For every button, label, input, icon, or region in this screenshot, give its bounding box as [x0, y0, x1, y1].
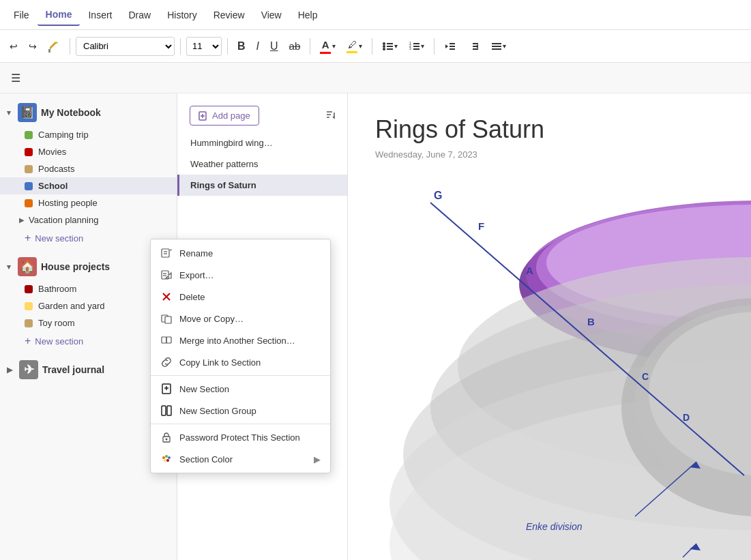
menu-draw[interactable]: Draw — [120, 4, 159, 26]
notebook-title-houseprojects: House projects — [41, 261, 110, 272]
context-menu: Rename Export… Delete Move or Copy… Merg… — [150, 239, 331, 473]
section-hosting-people[interactable]: Hosting people — [0, 194, 177, 211]
notebook-icon-houseprojects: 🏠 — [18, 257, 37, 276]
menu-review[interactable]: Review — [205, 4, 253, 26]
ctx-merge[interactable]: Merge into Another Section… — [151, 329, 330, 351]
add-page-button[interactable]: Add page — [190, 106, 259, 126]
svg-text:3: 3 — [409, 46, 411, 50]
align-button[interactable]: ▾ — [486, 35, 510, 57]
delete-icon — [160, 291, 173, 303]
section-label-garden: Garden and yard — [38, 301, 105, 311]
ctx-delete[interactable]: Delete — [151, 286, 330, 308]
bullet-list-button[interactable]: ▾ — [378, 35, 402, 57]
increase-indent-button[interactable] — [463, 35, 484, 57]
chevron-mynotebook: ▾ — [7, 108, 11, 117]
svg-point-76 — [164, 459, 166, 462]
ctx-section-color[interactable]: Section Color ▶ — [151, 448, 330, 470]
ctx-copy-link[interactable]: Copy Link to Section — [151, 351, 330, 373]
highlight-button[interactable]: 🖊 ▾ — [342, 35, 366, 57]
italic-button[interactable]: I — [252, 35, 263, 57]
section-school[interactable]: School — [0, 177, 177, 194]
menu-bar: File Home Insert Draw History Review Vie… — [0, 0, 751, 30]
ctx-merge-label: Merge into Another Section… — [179, 336, 295, 346]
svg-text:F: F — [478, 220, 484, 232]
new-section-label-mynotebook: New section — [35, 233, 83, 244]
decrease-indent-button[interactable] — [440, 35, 460, 57]
ctx-section-color-label: Section Color — [179, 454, 233, 465]
svg-point-2 — [383, 45, 385, 48]
undo-button[interactable]: ↩ — [5, 35, 22, 57]
svg-point-75 — [166, 459, 169, 462]
note-content: Rings of Saturn Wednesday, June 7, 2023 — [348, 93, 751, 560]
password-icon — [160, 431, 173, 443]
svg-rect-69 — [167, 406, 171, 415]
svg-rect-52 — [162, 249, 169, 257]
dot-camping — [25, 131, 33, 139]
hamburger-button[interactable]: ☰ — [7, 67, 25, 89]
page-rings-of-saturn[interactable]: Rings of Saturn — [177, 175, 347, 196]
ctx-export[interactable]: Export… — [151, 264, 330, 286]
new-group-icon — [160, 404, 173, 417]
font-color-button[interactable]: A ▾ — [316, 35, 340, 57]
bold-button[interactable]: B — [233, 35, 250, 57]
svg-point-71 — [166, 439, 168, 441]
svg-rect-61 — [165, 316, 171, 323]
section-camping-trip[interactable]: Camping trip — [0, 126, 177, 143]
dot-movies — [25, 148, 33, 156]
menu-file[interactable]: File — [5, 4, 38, 26]
notebook-title-mynotebook: My Notebook — [41, 107, 101, 118]
svg-text:A: A — [526, 265, 533, 276]
menu-insert[interactable]: Insert — [80, 4, 120, 26]
toolbar: ↩ ↪ Calibri Arial Times New Roman 11 12 … — [0, 30, 751, 63]
color-icon — [160, 453, 173, 465]
sort-button[interactable] — [320, 106, 342, 126]
notebook-icon-mynotebook: 📓 — [18, 103, 37, 122]
menu-help[interactable]: Help — [290, 4, 326, 26]
strikethrough-button[interactable]: ab — [285, 35, 305, 57]
svg-text:Enke division: Enke division — [526, 521, 583, 532]
section-label-toyroom: Toy room — [38, 318, 74, 328]
dot-hosting — [25, 199, 33, 207]
format-painter-button[interactable] — [44, 35, 64, 57]
ctx-password[interactable]: Password Protect This Section — [151, 426, 330, 448]
font-size-selector[interactable]: 11 12 14 16 — [186, 37, 222, 56]
page-hummingbird[interactable]: Hummingbird wing… — [177, 132, 347, 153]
dot-podcasts — [25, 165, 33, 173]
notebook-icon-traveljournal: ✈ — [19, 360, 38, 379]
section-movies[interactable]: Movies — [0, 143, 177, 160]
add-page-label: Add page — [212, 110, 250, 121]
notebook-mynotebook[interactable]: ▾ 📓 My Notebook — [0, 99, 177, 126]
ctx-new-section[interactable]: New Section — [151, 378, 330, 400]
menu-home[interactable]: Home — [38, 4, 80, 26]
svg-point-3 — [383, 48, 385, 50]
section-label-podcasts: Podcasts — [38, 164, 74, 174]
ctx-new-section-group[interactable]: New Section Group — [151, 400, 330, 422]
ctx-copy-link-label: Copy Link to Section — [179, 357, 261, 368]
numbered-list-button[interactable]: 123 ▾ — [404, 35, 428, 57]
section-label-movies: Movies — [38, 147, 66, 157]
separator-2 — [180, 38, 181, 55]
font-selector[interactable]: Calibri Arial Times New Roman — [76, 37, 175, 56]
page-weather[interactable]: Weather patterns — [177, 153, 347, 175]
notebook-title-traveljournal: Travel journal — [42, 364, 104, 375]
rename-icon — [160, 247, 173, 259]
underline-button[interactable]: U — [266, 35, 282, 57]
ctx-new-section-group-label: New Section Group — [179, 406, 256, 416]
section-vacation-planning[interactable]: ▶ Vacation planning — [0, 211, 177, 229]
ctx-move-label: Move or Copy… — [179, 314, 244, 324]
menu-history[interactable]: History — [159, 4, 205, 26]
separator-5 — [372, 38, 372, 55]
svg-rect-0 — [48, 49, 50, 53]
saturn-illustration: G F A B C D Enke division — [389, 148, 751, 560]
redo-button[interactable]: ↪ — [25, 35, 41, 57]
new-section-label-houseprojects: New section — [35, 336, 83, 347]
section-podcasts[interactable]: Podcasts — [0, 160, 177, 177]
ctx-rename[interactable]: Rename — [151, 242, 330, 264]
export-icon — [160, 269, 173, 281]
new-section-icon — [160, 383, 173, 395]
svg-rect-62 — [162, 337, 166, 343]
svg-text:G: G — [434, 190, 442, 201]
menu-view[interactable]: View — [253, 4, 290, 26]
svg-text:B: B — [587, 316, 595, 327]
ctx-move-copy[interactable]: Move or Copy… — [151, 308, 330, 329]
